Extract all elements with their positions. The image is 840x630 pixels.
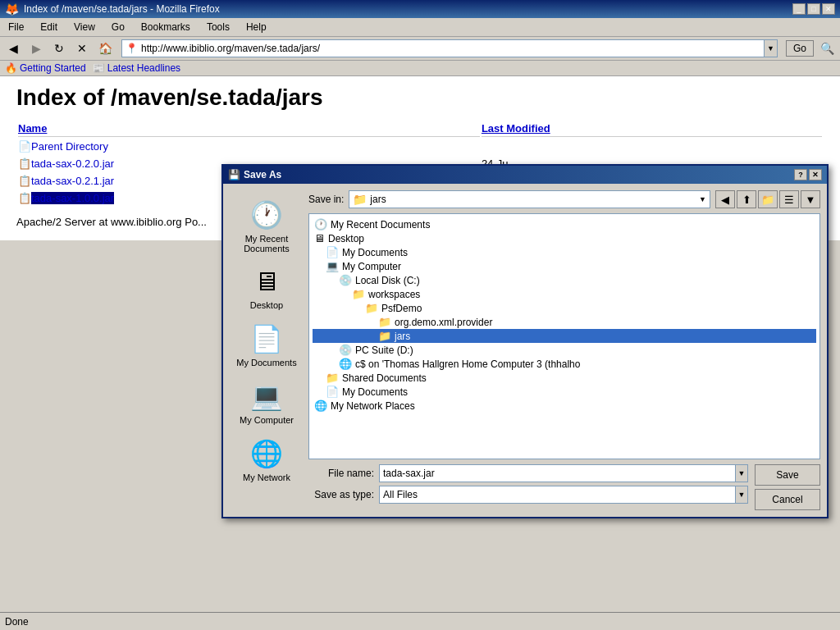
save-in-dropdown[interactable]: 📁 jars ▼ — [349, 190, 710, 208]
sidebar-label-recent: My RecentDocuments — [244, 234, 290, 240]
view-toggle-btn[interactable]: ☰ — [779, 190, 799, 208]
recent-icon: 🕐 — [250, 199, 283, 231]
fb-label-recent: My Recent Documents — [331, 219, 430, 231]
view-dropdown-btn[interactable]: ▼ — [801, 190, 820, 208]
dialog-toolbar: ◀ ⬆ 📁 ☰ ▼ — [715, 190, 820, 208]
fb-item-desktop[interactable]: 🖥 Desktop — [313, 231, 816, 240]
nav-up-btn[interactable]: ⬆ — [737, 190, 756, 208]
file-browser: 🕐 My Recent Documents 🖥 Desktop 📄 My Doc… — [308, 213, 820, 240]
dialog-title-text: Save As — [244, 169, 281, 180]
dialog-main: Save in: 📁 jars ▼ ◀ ⬆ 📁 ☰ ▼ — [308, 190, 820, 240]
fb-item-recent-docs[interactable]: 🕐 My Recent Documents — [313, 217, 816, 231]
save-in-arrow-icon: ▼ — [699, 195, 706, 203]
dialog-title-left: 💾 Save As — [228, 169, 281, 180]
dialog-help-btn[interactable]: ? — [794, 169, 807, 180]
dialog-sidebar: 🕐 My RecentDocuments 🖥 Desktop 📄 My Docu… — [230, 190, 304, 240]
save-as-dialog: 💾 Save As ? ✕ 🕐 My RecentDocuments 🖥 Des… — [221, 164, 829, 240]
fb-label-desktop: Desktop — [328, 233, 364, 241]
dialog-close-btn[interactable]: ✕ — [809, 169, 822, 180]
save-in-folder-icon: 📁 — [353, 193, 367, 206]
dialog-title-icon: 💾 — [228, 169, 240, 180]
fb-icon-desktop: 🖥 — [314, 232, 325, 240]
nav-back-btn[interactable]: ◀ — [715, 190, 735, 208]
sidebar-item-recent[interactable]: 🕐 My RecentDocuments — [230, 194, 304, 240]
save-in-value: jars — [370, 194, 386, 205]
fb-icon-recent: 🕐 — [314, 218, 327, 231]
dialog-titlebar: 💾 Save As ? ✕ — [223, 166, 827, 184]
new-folder-btn[interactable]: 📁 — [758, 190, 778, 208]
dialog-body: 🕐 My RecentDocuments 🖥 Desktop 📄 My Docu… — [223, 184, 827, 240]
dialog-win-controls: ? ✕ — [794, 169, 822, 180]
dialog-overlay: 💾 Save As ? ✕ 🕐 My RecentDocuments 🖥 Des… — [0, 0, 840, 240]
save-in-row: Save in: 📁 jars ▼ ◀ ⬆ 📁 ☰ ▼ — [308, 190, 820, 208]
save-in-label: Save in: — [308, 194, 344, 205]
